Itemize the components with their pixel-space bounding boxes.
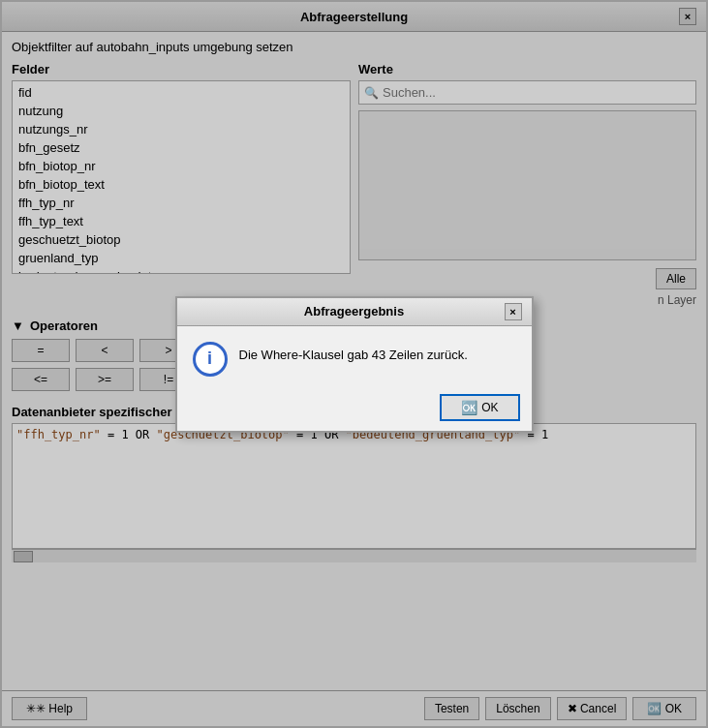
main-dialog: Abfrageerstellung × Objektfilter auf aut… [0,0,708,728]
ok-icon: 🆗 [461,400,477,415]
overlay: Abfrageergebnis × i Die Where-Klausel ga… [2,2,706,726]
sub-dialog-title: Abfrageergebnis [204,304,505,318]
sub-message: Die Where-Klausel gab 43 Zeilen zurück. [239,342,468,362]
sub-content: i Die Where-Klausel gab 43 Zeilen zurück… [177,326,532,388]
sub-ok-button[interactable]: 🆗 OK [440,394,519,421]
sub-close-button[interactable]: × [505,303,522,320]
info-icon: i [193,342,228,377]
sub-dialog: Abfrageergebnis × i Die Where-Klausel ga… [175,296,534,433]
ok-label: OK [481,401,498,414]
sub-title-bar: Abfrageergebnis × [177,298,532,326]
sub-buttons: 🆗 OK [177,388,532,431]
